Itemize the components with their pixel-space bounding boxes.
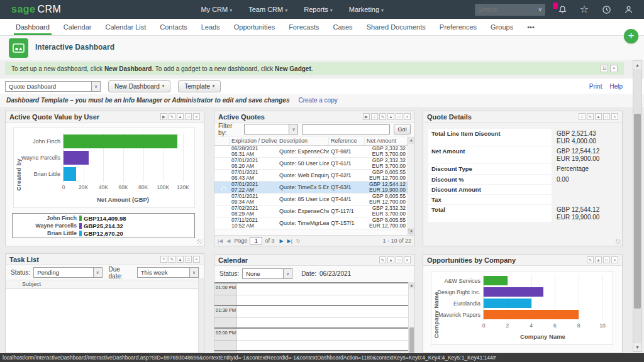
tab-shared-documents[interactable]: Shared Documents <box>360 19 433 35</box>
notifications-bell-icon[interactable] <box>557 4 568 15</box>
tab-more-ellipsis[interactable]: ••• <box>520 19 541 35</box>
link-icon[interactable]: = <box>579 113 586 120</box>
tab-contacts[interactable]: Contacts <box>153 19 194 35</box>
close-icon[interactable]: × <box>611 113 618 120</box>
tab-dashboard[interactable]: Dashboard <box>9 19 57 35</box>
edit-icon[interactable]: ✎ <box>169 113 175 120</box>
bar-eurolandia[interactable] <box>484 299 531 308</box>
filter-field-select[interactable]: ∨ <box>244 124 298 134</box>
table-row[interactable]: 07/01/202109:34 AM Quote: 85 User Licen.… <box>214 194 414 206</box>
table-row[interactable]: 06/28/202106:31 AM Quote: ExpenseChec...… <box>214 146 414 158</box>
template-button[interactable]: Template▾ <box>178 80 221 92</box>
table-scrollbar[interactable]: ▲ ▼ <box>408 137 414 235</box>
tab-forecasts[interactable]: Forecasts <box>282 19 326 35</box>
bar-maverick-papers[interactable] <box>484 310 579 319</box>
collapse-icon[interactable]: ▲ <box>595 113 602 120</box>
close-icon[interactable]: × <box>193 256 200 263</box>
calendar-slot[interactable]: 01:00 PM <box>214 282 408 305</box>
menu-my-crm[interactable]: My CRM▾ <box>201 6 232 13</box>
link-icon[interactable]: = <box>371 113 378 120</box>
panel-header[interactable]: Opportunities by Company ✎ ▲ □ × <box>423 255 622 266</box>
add-gadget-plus-button[interactable]: + <box>624 29 638 43</box>
panel-header[interactable]: Task List = ✎ ▲ □ × <box>6 254 204 265</box>
resize-handle[interactable] <box>616 239 621 244</box>
col-subject[interactable]: Subject <box>19 280 43 288</box>
task-scrollbar[interactable] <box>198 278 204 353</box>
bar-aw-services[interactable] <box>484 276 508 285</box>
bar-john-finch[interactable] <box>64 134 177 148</box>
table-row[interactable]: 07/02/202108:29 AM Quote: ExpenseChec...… <box>214 206 414 217</box>
filter-value-input[interactable] <box>302 124 390 134</box>
col-reference[interactable]: Reference <box>329 137 365 145</box>
help-link[interactable]: Help <box>609 83 623 90</box>
maximize-icon[interactable]: □ <box>396 113 402 120</box>
search-dropdown-chevron-icon[interactable]: ∨ <box>538 6 542 13</box>
close-icon[interactable]: × <box>404 256 411 263</box>
favorites-star-icon[interactable]: ☆ <box>579 4 590 15</box>
first-page-icon[interactable]: |◀ <box>218 238 223 244</box>
menu-team-crm[interactable]: Team CRM▾ <box>248 6 287 13</box>
bar-brian-little[interactable] <box>64 167 76 181</box>
link-icon[interactable]: = <box>160 256 167 263</box>
edit-icon[interactable]: ✎ <box>169 256 175 263</box>
collapse-icon[interactable]: ▲ <box>387 256 394 263</box>
maximize-icon[interactable]: □ <box>603 256 610 263</box>
table-row-selected[interactable]: 07/01/202107:22 AM Quote: TimeEx 5 Ent..… <box>214 182 414 194</box>
print-link[interactable]: Print <box>589 83 602 90</box>
page-scrollbar[interactable]: ▲ ▼ <box>633 60 642 352</box>
play-icon[interactable]: ▶ <box>363 113 370 120</box>
status-select[interactable]: None∨ <box>242 268 292 279</box>
profile-person-icon[interactable] <box>623 4 634 15</box>
calendar-slot[interactable]: 02:30 PM <box>214 350 408 353</box>
bar-design-right-inc[interactable] <box>484 287 543 297</box>
page-number-input[interactable] <box>250 237 262 244</box>
scroll-up-icon[interactable]: ▲ <box>408 137 414 144</box>
status-select[interactable]: Pending∨ <box>33 267 102 278</box>
calendar-scrollbar[interactable]: ▲ <box>408 282 414 353</box>
tab-groups[interactable]: Groups <box>484 19 520 35</box>
bar-wayne-parcells[interactable] <box>64 151 89 165</box>
due-date-select[interactable]: This week∨ <box>137 267 199 278</box>
panel-header[interactable]: Active Quote Value by User ▶ ✎ ▲ □ × <box>6 111 204 123</box>
menu-marketing[interactable]: Marketing▾ <box>349 6 384 13</box>
play-icon[interactable]: ▶ <box>160 113 167 120</box>
edit-icon[interactable]: ✎ <box>379 113 386 120</box>
table-row[interactable]: 07/11/202110:52 AM Quote: TimeMgrLead...… <box>214 217 414 229</box>
maximize-icon[interactable]: □ <box>396 256 402 263</box>
resize-handle[interactable] <box>408 229 413 234</box>
scroll-up-icon[interactable]: ▲ <box>409 282 414 288</box>
next-page-icon[interactable]: ▶ <box>279 238 283 244</box>
refresh-icon[interactable]: ↻ <box>296 238 301 244</box>
sage-crm-logo[interactable]: sageCRM <box>11 4 61 15</box>
menu-reports[interactable]: Reports▾ <box>304 6 333 13</box>
close-icon[interactable]: × <box>193 113 200 120</box>
create-a-copy-link[interactable]: Create a copy <box>298 97 337 104</box>
edit-icon[interactable]: ✎ <box>587 113 594 120</box>
calendar-slot[interactable]: 01:30 PM <box>214 305 408 327</box>
edit-icon[interactable]: ✎ <box>379 256 386 263</box>
tab-calendar-list[interactable]: Calendar List <box>98 19 153 35</box>
prev-page-icon[interactable]: ◀ <box>226 238 230 244</box>
collapse-icon[interactable]: ▲ <box>387 113 394 120</box>
dashboard-select[interactable]: Quote Dashboard ∨ <box>5 81 101 92</box>
col-net-amount[interactable]: Net Amount <box>365 137 408 145</box>
close-icon[interactable]: × <box>404 113 411 120</box>
collapse-icon[interactable]: ▲ <box>177 113 184 120</box>
info-close-icon[interactable]: × <box>610 65 618 72</box>
tab-calendar[interactable]: Calendar <box>57 19 99 35</box>
panel-header[interactable]: Calendar ✎ ▲ □ × <box>214 255 414 266</box>
scroll-up-icon[interactable]: ▲ <box>633 61 641 69</box>
scroll-thumb[interactable] <box>634 114 641 309</box>
edit-icon[interactable]: ✎ <box>587 256 594 263</box>
maximize-icon[interactable]: □ <box>603 113 610 120</box>
panel-header[interactable]: Active Quotes ▶ = ✎ ▲ □ × <box>214 111 414 123</box>
collapse-icon[interactable]: ▲ <box>177 256 184 263</box>
last-page-icon[interactable]: ▶| <box>287 238 292 244</box>
info-restore-icon[interactable]: ⊡ <box>601 65 608 72</box>
recent-clock-icon[interactable] <box>601 4 612 15</box>
resize-handle[interactable] <box>197 239 203 244</box>
table-row[interactable]: 07/01/202106:43 AM Quote: Web Enquiry ..… <box>214 170 414 182</box>
collapse-icon[interactable]: ▲ <box>595 256 602 263</box>
calendar-slot[interactable]: 02:00 PM <box>214 327 408 350</box>
tab-leads[interactable]: Leads <box>194 19 227 35</box>
